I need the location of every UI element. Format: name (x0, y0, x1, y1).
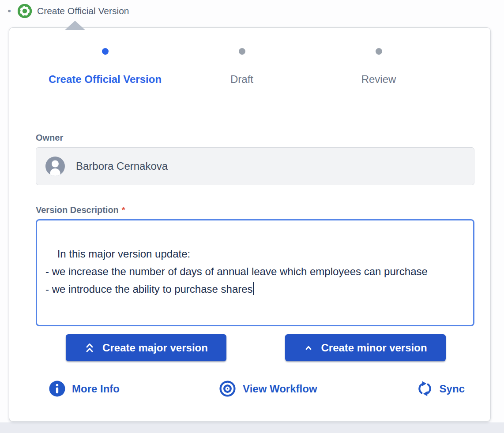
chevron-up-icon (304, 343, 313, 353)
eye-icon (219, 380, 236, 397)
official-version-status-icon (18, 4, 32, 18)
version-description-input[interactable]: In this major version update: - we incre… (36, 219, 474, 326)
step-dot (239, 48, 245, 55)
sync-icon (417, 381, 433, 397)
footer-links-row: More Info View Workflow Sync (49, 380, 465, 397)
text-caret (253, 282, 254, 295)
workflow-stepper: Create Official Version Draft Review (37, 48, 447, 86)
button-label: Create minor version (321, 342, 427, 354)
version-description-text: In this major version update: - we incre… (45, 248, 428, 295)
step-label: Review (361, 73, 396, 86)
step-create-official-version: Create Official Version (37, 48, 173, 86)
step-dot-active (102, 48, 109, 55)
user-avatar-icon (45, 157, 65, 176)
version-description-label: Version Description* (36, 205, 125, 215)
create-minor-version-button[interactable]: Create minor version (285, 334, 446, 361)
action-buttons-row: Create major version Create minor versio… (66, 334, 446, 361)
step-dot (376, 48, 382, 55)
step-label: Create Official Version (49, 73, 162, 86)
view-workflow-link[interactable]: View Workflow (219, 380, 317, 397)
step-draft: Draft (173, 48, 310, 86)
create-major-version-button[interactable]: Create major version (66, 334, 226, 361)
required-asterisk: * (122, 205, 125, 215)
double-chevron-up-icon (84, 342, 95, 354)
step-label: Draft (230, 73, 253, 86)
page-title: Create Official Version (37, 6, 129, 16)
step-review: Review (310, 48, 447, 86)
create-official-version-popup: Create Official Version Draft Review Own… (9, 27, 491, 422)
info-icon (49, 381, 65, 397)
page-background-strip (0, 422, 504, 433)
owner-field: Barbora Cernakova (36, 147, 474, 185)
owner-label: Owner (36, 133, 63, 143)
button-label: Create major version (102, 342, 208, 354)
link-label: View Workflow (243, 383, 317, 395)
popup-pointer-arrow (65, 21, 85, 30)
page-header: • Create Official Version (6, 4, 129, 18)
link-label: Sync (440, 383, 465, 395)
link-label: More Info (72, 383, 120, 395)
list-bullet: • (6, 4, 12, 18)
owner-name: Barbora Cernakova (76, 160, 168, 172)
more-info-link[interactable]: More Info (49, 381, 120, 397)
sync-link[interactable]: Sync (417, 381, 465, 397)
